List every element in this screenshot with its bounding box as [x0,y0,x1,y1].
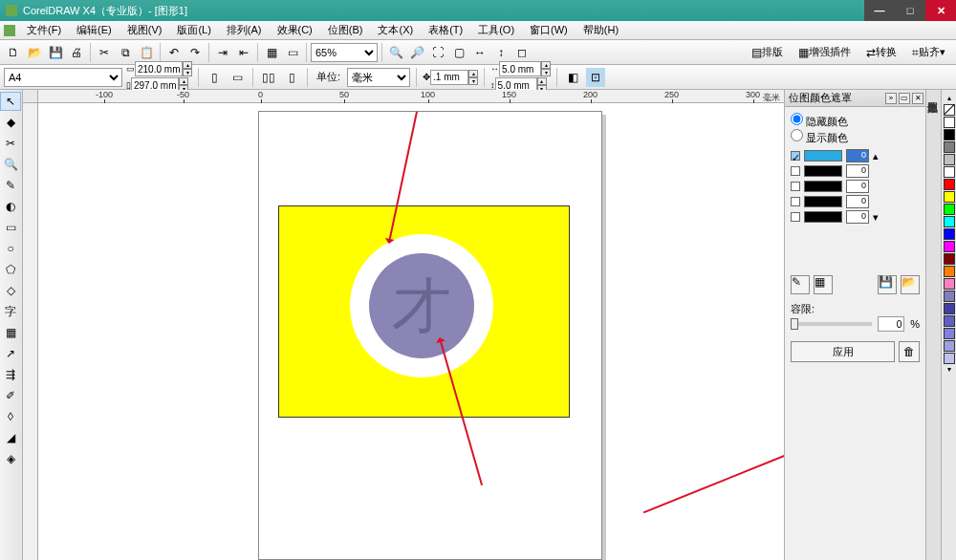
save-button[interactable]: 💾 [46,43,65,62]
export-button[interactable]: ⇤ [234,43,253,62]
palette-swatch[interactable] [944,328,955,339]
color-swatch[interactable] [804,196,842,207]
delete-button[interactable]: 🗑 [899,341,920,362]
palette-scroll-down[interactable]: ▾ [944,365,955,375]
docker-title-bar[interactable]: 位图颜色遮罩 » ▭ ✕ [785,90,925,107]
treat-as-filled-button[interactable]: ◧ [563,68,582,87]
menu-help[interactable]: 帮助(H) [576,23,626,37]
palette-swatch[interactable] [944,303,955,314]
palette-swatch[interactable] [944,353,955,364]
no-color-swatch[interactable] [944,104,955,116]
zoom-height-button[interactable]: ↕ [491,43,511,62]
welcome-button[interactable]: ▭ [283,43,302,62]
table-tool[interactable]: ▦ [0,323,21,342]
menu-view[interactable]: 视图(V) [120,23,170,37]
menu-edit[interactable]: 编辑(E) [69,23,120,37]
color-swatch[interactable] [804,165,842,177]
zoom-select[interactable]: 65% [311,43,378,62]
print-button[interactable]: 🖨 [67,43,86,62]
row-checkbox[interactable] [791,166,800,176]
paste-button[interactable]: 📋 [137,43,156,62]
portrait-button[interactable]: ▯ [205,68,224,87]
typeset-button[interactable]: ▤ 排版 [745,43,790,62]
zoom-width-button[interactable]: ↔ [470,43,489,62]
color-picker-button[interactable]: ✎ [791,275,810,294]
zoom-fit-button[interactable]: ⛶ [428,43,447,62]
dupx-input[interactable] [499,61,541,76]
palette-swatch[interactable] [944,166,955,178]
save-mask-button[interactable]: 💾 [878,275,897,294]
menu-text[interactable]: 文本(X) [370,23,421,37]
palette-swatch[interactable] [944,129,955,140]
color-value[interactable]: 0 [846,149,869,162]
palette-swatch[interactable] [944,253,955,265]
menu-file[interactable]: 文件(F) [19,23,69,37]
dynamic-guides-button[interactable]: ⊡ [586,68,605,87]
color-value[interactable]: 0 [846,210,869,224]
color-row-2[interactable]: 0 [791,180,920,193]
color-value[interactable]: 0 [846,164,869,178]
docker-menu-button[interactable]: ▭ [899,93,910,104]
basic-shapes-tool[interactable]: ◇ [0,281,21,300]
tolerance-input[interactable] [878,316,904,332]
dimension-tool[interactable]: ↗ [0,344,21,363]
zoom-in-button[interactable]: 🔍 [386,43,405,62]
row-checkbox[interactable] [791,182,800,191]
pick-tool[interactable]: ↖ [0,92,21,111]
shape-tool[interactable]: ◆ [0,113,21,132]
menu-window[interactable]: 窗口(W) [522,23,576,37]
cut-button[interactable]: ✂ [95,43,114,62]
facing-pages-button[interactable]: ▯▯ [259,68,278,87]
ruler-horizontal[interactable]: 毫米 -100 -50 0 50 100 150 200 250 300 [38,90,784,103]
row-arrow-icon[interactable]: ▾ [873,211,879,224]
color-value[interactable]: 0 [846,180,869,193]
color-row-0[interactable]: ✓0▴ [791,149,920,162]
palette-swatch[interactable] [944,291,955,302]
palette-swatch[interactable] [944,241,955,252]
palette-swatch[interactable] [944,179,955,190]
open-mask-button[interactable]: 📂 [901,275,920,294]
page-width-input[interactable] [135,61,183,76]
polygon-tool[interactable]: ⬠ [0,260,21,279]
row-checkbox[interactable] [791,197,800,206]
ellipse-tool[interactable]: ○ [0,239,21,258]
docker-tab[interactable]: 位图颜色遮罩 [925,90,941,560]
palette-scroll-up[interactable]: ▴ [944,94,955,103]
docker-close-button[interactable]: ✕ [912,93,923,104]
zoom-out-button[interactable]: 🔎 [407,43,426,62]
interactive-fill-tool[interactable]: ◈ [0,449,21,468]
color-row-3[interactable]: 0 [791,195,920,208]
menu-arrange[interactable]: 排列(A) [219,23,270,37]
minimize-button[interactable]: — [864,0,895,21]
menu-effects[interactable]: 效果(C) [270,23,320,37]
new-button[interactable]: 🗋 [4,43,23,62]
smart-fill-tool[interactable]: ◐ [0,197,21,216]
palette-swatch[interactable] [944,315,955,327]
color-swatch[interactable] [804,181,842,192]
nudge-input[interactable] [430,70,468,85]
palette-swatch[interactable] [944,228,955,240]
edit-color-button[interactable]: ▦ [814,275,833,294]
ruler-origin[interactable] [23,90,38,103]
menu-table[interactable]: 表格(T) [421,23,470,37]
rectangle-tool[interactable]: ▭ [0,218,21,237]
dupx-spinner[interactable]: ▴▾ [541,61,551,76]
palette-swatch[interactable] [944,278,955,290]
canvas[interactable]: 才 [38,103,784,560]
color-row-4[interactable]: 0▾ [791,210,920,224]
palette-swatch[interactable] [944,117,955,128]
close-button[interactable]: ✕ [925,0,956,21]
apply-button[interactable]: 应用 [791,341,895,362]
color-row-1[interactable]: 0 [791,164,920,178]
snap-button[interactable]: ⌗ 贴齐 ▾ [905,43,952,62]
docker-collapse-button[interactable]: » [885,93,897,104]
palette-swatch[interactable] [944,191,955,203]
zoom-sel-button[interactable]: ◻ [512,43,532,62]
zoom-tool[interactable]: 🔍 [0,155,21,174]
plugin-button[interactable]: ▦ 增强插件 [792,43,858,62]
fill-tool[interactable]: ◢ [0,428,21,447]
purple-circle[interactable]: 才 [369,253,474,358]
tolerance-slider[interactable] [791,322,872,326]
row-checkbox[interactable] [791,212,800,222]
freehand-tool[interactable]: ✎ [0,176,21,195]
